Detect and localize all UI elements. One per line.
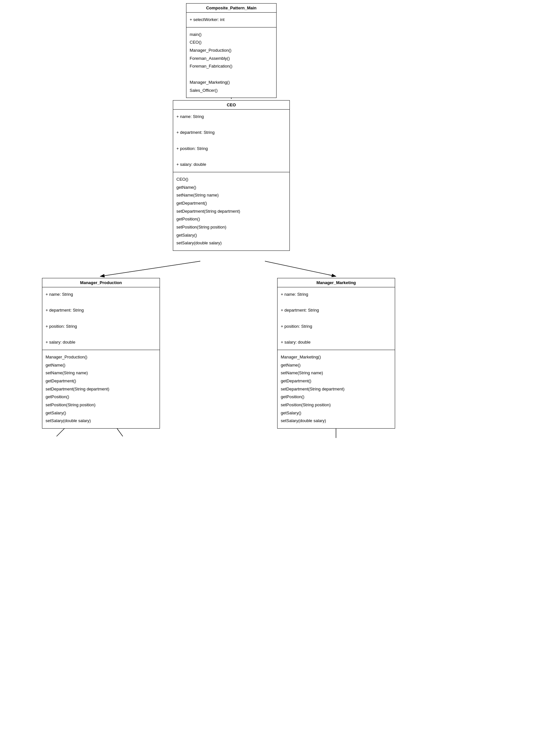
attr-ceo-1: + name: String: [176, 113, 286, 121]
attr-mkt-2: [281, 299, 392, 307]
method-main-7: Manager_Marketing(): [190, 78, 273, 87]
method-prod-9: setSalary(double salary): [45, 417, 156, 425]
method-prod-4: getDepartment(): [45, 377, 156, 385]
class-methods-main: main() CEO() Manager_Production() Forema…: [186, 27, 276, 98]
method-ceo-4: getDepartment(): [176, 199, 286, 208]
method-prod-1: Manager_Production(): [45, 353, 156, 361]
method-ceo-8: getSalary(): [176, 231, 286, 240]
method-prod-3: setName(String name): [45, 369, 156, 377]
method-mkt-8: getSalary(): [281, 409, 392, 417]
attr-ceo-2: [176, 121, 286, 129]
attr-prod-6: [45, 330, 156, 338]
attr-prod-3: + department: String: [45, 306, 156, 314]
method-prod-7: setPosition(String position): [45, 401, 156, 409]
method-main-6: [190, 71, 273, 78]
class-title-main: Composite_Pattern_Main: [186, 4, 276, 13]
attr-prod-4: [45, 314, 156, 323]
method-prod-2: getName(): [45, 361, 156, 369]
class-methods-mkt: Manager_Marketing() getName() setName(St…: [277, 350, 395, 428]
method-mkt-7: setPosition(String position): [281, 401, 392, 409]
attr-prod-5: + position: String: [45, 323, 156, 331]
method-main-3: Manager_Production(): [190, 46, 273, 55]
method-mkt-9: setSalary(double salary): [281, 417, 392, 425]
method-main-2: CEO(): [190, 39, 273, 46]
method-ceo-7: setPosition(String position): [176, 223, 286, 231]
attr-mkt-5: + position: String: [281, 323, 392, 331]
method-mkt-5: setDepartment(String department): [281, 385, 392, 393]
method-ceo-6: getPosition(): [176, 215, 286, 223]
attr-prod-7: + salary: double: [45, 338, 156, 346]
method-ceo-2: getName(): [176, 184, 286, 192]
arrow-ceo-to-mkt: [265, 261, 336, 276]
class-manager-production: Manager_Production + name: String + depa…: [42, 278, 160, 428]
attr-ceo-4: [176, 137, 286, 145]
class-title-mkt: Manager_Marketing: [277, 278, 395, 287]
class-ceo: CEO + name: String + department: String …: [173, 100, 290, 251]
attr-mkt-3: + department: String: [281, 306, 392, 314]
method-main-5: Foreman_Fabrication(): [190, 62, 273, 71]
method-main-4: Foreman_Assembly(): [190, 55, 273, 63]
attr-main-1: + selectWorker: int: [190, 16, 273, 24]
class-composite-pattern-main: Composite_Pattern_Main + selectWorker: i…: [186, 3, 276, 98]
attr-prod-1: + name: String: [45, 291, 156, 299]
attr-mkt-4: [281, 314, 392, 323]
method-prod-8: getSalary(): [45, 409, 156, 417]
class-attributes-ceo: + name: String + department: String + po…: [173, 109, 290, 172]
arrow-ceo-to-prod: [100, 261, 200, 276]
attr-mkt-6: [281, 330, 392, 338]
attr-prod-2: [45, 299, 156, 307]
method-ceo-9: setSalary(double salary): [176, 239, 286, 247]
method-mkt-2: getName(): [281, 361, 392, 369]
attr-mkt-7: + salary: double: [281, 338, 392, 346]
attr-ceo-5: + position: String: [176, 145, 286, 153]
attr-ceo-3: + department: String: [176, 129, 286, 137]
method-mkt-6: getPosition(): [281, 393, 392, 401]
method-mkt-3: setName(String name): [281, 369, 392, 377]
method-main-1: main(): [190, 31, 273, 39]
class-methods-prod: Manager_Production() getName() setName(S…: [42, 350, 159, 428]
attr-ceo-7: + salary: double: [176, 160, 286, 169]
method-main-8: Sales_Officer(): [190, 87, 273, 95]
method-prod-6: getPosition(): [45, 393, 156, 401]
method-mkt-1: Manager_Marketing(): [281, 353, 392, 361]
attr-mkt-1: + name: String: [281, 291, 392, 299]
method-ceo-3: setName(String name): [176, 191, 286, 199]
method-ceo-5: setDepartment(String department): [176, 208, 286, 216]
method-mkt-4: getDepartment(): [281, 377, 392, 385]
class-title-ceo: CEO: [173, 101, 290, 109]
class-attributes-mkt: + name: String + department: String + po…: [277, 287, 395, 350]
class-attributes-main: + selectWorker: int: [186, 13, 276, 27]
attr-ceo-6: [176, 153, 286, 160]
method-prod-5: setDepartment(String department): [45, 385, 156, 393]
diagram-container: Composite_Pattern_Main + selectWorker: i…: [0, 0, 535, 756]
method-ceo-1: CEO(): [176, 176, 286, 184]
class-manager-marketing: Manager_Marketing + name: String + depar…: [277, 278, 395, 428]
class-attributes-prod: + name: String + department: String + po…: [42, 287, 159, 350]
class-title-prod: Manager_Production: [42, 278, 159, 287]
class-methods-ceo: CEO() getName() setName(String name) get…: [173, 172, 290, 250]
